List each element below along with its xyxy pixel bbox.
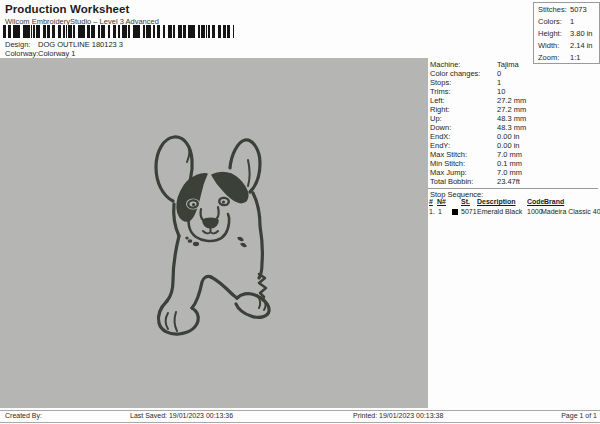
info-row-endy: EndY:0.00 in xyxy=(430,141,598,150)
col-header-st: St. xyxy=(461,198,470,205)
design-value: DOG OUTLINE 180123 3 xyxy=(38,40,123,49)
page-title: Production Worksheet xyxy=(5,3,129,15)
design-label: Design: xyxy=(5,40,38,49)
info-row-down: Down:48.3 mm xyxy=(430,123,598,132)
footer-bottom-rule xyxy=(0,422,600,423)
footer-page-number: Page 1 of 1 xyxy=(561,412,597,419)
info-row-left: Left:27.2 mm xyxy=(430,96,598,105)
summary-row-stitches: Stitches:5073 xyxy=(534,4,599,15)
col-header-description: Description xyxy=(477,198,516,205)
stop-row-n: 1 xyxy=(438,208,442,215)
machine-info-panel: Machine:Tajima Color changes:0 Stops:1 T… xyxy=(428,58,600,408)
info-row-total-bobbin: Total Bobbin:23.47ft xyxy=(430,177,598,186)
info-row-up: Up:48.3 mm xyxy=(430,114,598,123)
design-barcode xyxy=(3,25,234,38)
thread-color-swatch xyxy=(452,209,458,215)
stop-row-num: 1. xyxy=(429,208,435,215)
info-row-right: Right:27.2 mm xyxy=(430,105,598,114)
stop-row-description: Emerald Black xyxy=(477,208,522,215)
summary-row-height: Height:3.80 in xyxy=(534,28,599,39)
footer-created-by: Created By: xyxy=(5,412,42,419)
info-row-endx: EndX:0.00 in xyxy=(430,132,598,141)
colorway-value: Colorway 1 xyxy=(38,49,76,58)
summary-row-colors: Colors:1 xyxy=(534,16,599,27)
design-summary-box: Stitches:5073 Colors:1 Height:3.80 in Wi… xyxy=(533,2,600,64)
design-canvas xyxy=(0,58,428,408)
footer-printed: Printed: 19/01/2023 00:13:38 xyxy=(353,412,443,419)
summary-row-zoom: Zoom:1:1 xyxy=(534,52,599,63)
summary-row-width: Width:2.14 in xyxy=(534,40,599,51)
col-header-brand: Brand xyxy=(544,198,564,205)
production-worksheet-page: { "colors": { "canvas_bg": "#b5b6b3", "s… xyxy=(0,0,600,424)
col-header-n: N# xyxy=(437,198,446,205)
col-header-code: Code xyxy=(527,198,545,205)
footer-last-saved: Last Saved: 19/01/2023 00:13:36 xyxy=(130,412,233,419)
corgi-outline-design xyxy=(145,130,295,360)
design-row: Design:DOG OUTLINE 180123 3 xyxy=(5,40,123,49)
info-row-trims: Trims:10 xyxy=(430,87,598,96)
footer-top-rule xyxy=(0,410,600,411)
stop-row-st: 5071 xyxy=(461,208,477,215)
info-row-max-stitch: Max Stitch:7.0 mm xyxy=(430,150,598,159)
col-header-num: # xyxy=(429,198,433,205)
info-row-stops: Stops:1 xyxy=(430,78,598,87)
info-row-max-jump: Max Jump:7.0 mm xyxy=(430,168,598,177)
stop-row-brand: Madeira Classic 40 xyxy=(541,208,600,215)
colorway-row: Colorway:Colorway 1 xyxy=(5,49,76,58)
info-row-min-stitch: Min Stitch:0.1 mm xyxy=(430,159,598,168)
stop-sequence-divider xyxy=(428,188,598,189)
info-row-color-changes: Color changes:0 xyxy=(430,69,598,78)
colorway-label: Colorway: xyxy=(5,49,38,58)
worksheet-header: Production Worksheet Wilcom EmbroiderySt… xyxy=(0,0,600,59)
